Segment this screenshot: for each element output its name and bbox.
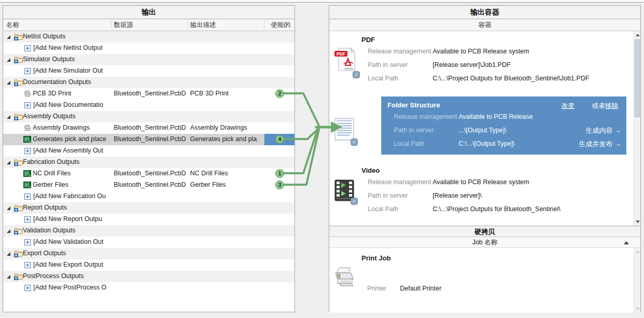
outputs-column-header: 名称 数据源 输出描述 使能的 — [3, 19, 294, 31]
remove-link-prefix: 或者 — [592, 102, 605, 109]
tree-row-group[interactable]: Fabrication Outputs — [3, 157, 294, 168]
property-value: C:\...\Project Outputs for Bluetooth_Sen… — [433, 75, 589, 82]
tree-row-group[interactable]: Netlist Outputs — [3, 31, 294, 43]
tree-row-label: Validation Outputs — [23, 227, 75, 234]
tree-row-output[interactable]: NC Drill FilesBluetooth_Sentinel.PcbDNC … — [3, 168, 294, 179]
output-group-folder-icon — [14, 78, 23, 88]
expand-arrow-icon[interactable] — [7, 81, 10, 85]
tree-row-label: [Add New PostProcess O — [33, 284, 106, 291]
container-property-row: Local PathC:\...\Project Outputs for Blu… — [355, 72, 633, 85]
tree-row-output[interactable]: Gerber FilesBluetooth_Sentinel.PcbDGerbe… — [3, 179, 294, 191]
expand-arrow-icon[interactable] — [7, 58, 10, 62]
tree-row-add-new[interactable]: [Add New Documentatio — [3, 100, 294, 111]
scroll-up-icon[interactable] — [636, 251, 640, 253]
tree-row-label: NC Drill Files — [33, 170, 71, 177]
container-pdf[interactable]: PDFAdobe✓PDFRelease managementAvailable … — [329, 31, 640, 96]
tree-row-label: [Add New Simulator Out — [33, 67, 103, 74]
column-enabled[interactable]: 使能的 — [271, 21, 291, 30]
add-new-output-icon — [24, 285, 31, 293]
tree-row-label: [Add New Assembly Out — [33, 147, 103, 154]
tree-row-group[interactable]: Assembly Outputs — [3, 111, 294, 122]
tree-row-group[interactable]: Export Outputs — [3, 248, 294, 259]
enabled-badge[interactable]: 1 — [275, 169, 284, 178]
property-value: Available to PCB Release system — [433, 48, 529, 55]
scroll-up-icon[interactable] — [636, 34, 640, 36]
add-new-output-icon — [24, 239, 31, 247]
container-property-row: Release managementAvailable to PCB Relea… — [381, 110, 626, 123]
tree-row-group[interactable]: Report Outputs — [3, 202, 294, 214]
remove-link[interactable]: 移除 — [605, 102, 618, 109]
tree-row-description: NC Drill Files — [190, 170, 263, 177]
add-new-output-icon — [24, 102, 31, 110]
add-new-output-icon — [24, 148, 31, 156]
generate-content-link[interactable]: 生成内容 → — [585, 126, 621, 135]
tree-row-label: [Add New Report Outpu — [33, 215, 102, 223]
expand-arrow-icon[interactable] — [7, 229, 10, 233]
top-divider — [0, 0, 644, 3]
container-action-links: 改变或者移除 — [561, 102, 618, 110]
collapse-icon[interactable] — [624, 241, 629, 244]
tree-row-label: Assembly Drawings — [33, 124, 90, 131]
enabled-badge[interactable]: 2 — [275, 89, 284, 98]
tree-row-add-new[interactable]: [Add New Fabrication Ou — [3, 191, 294, 202]
container-title: Video — [355, 162, 633, 175]
expand-arrow-icon[interactable] — [7, 252, 10, 256]
pdf-container-icon: PDFAdobe✓ — [333, 47, 357, 76]
tree-row-add-new[interactable]: [Add New Netlist Output — [3, 43, 294, 54]
expand-arrow-icon[interactable] — [7, 35, 10, 39]
job-name-label: Job 名称 — [472, 239, 498, 246]
tree-row-label: Assembly Outputs — [23, 113, 75, 120]
tree-row-output[interactable]: Assembly DrawingsBluetooth_Sentinel.PcbD… — [3, 122, 294, 134]
tree-row-group[interactable]: Validation Outputs — [3, 225, 294, 237]
scroll-down-icon[interactable] — [636, 308, 640, 310]
tree-row-add-new[interactable]: [Add New Simulator Out — [3, 65, 294, 77]
tree-row-add-new[interactable]: [Add New Export Output — [3, 259, 294, 271]
change-link[interactable]: 改变 — [561, 102, 574, 109]
output-group-folder-icon — [14, 204, 23, 213]
expand-arrow-icon[interactable] — [7, 275, 10, 279]
generate-and-publish-link[interactable]: 生成并发布 → — [579, 140, 621, 149]
checkmark-badge-icon: ✓ — [351, 139, 358, 146]
property-value: C:\...\Project Outputs for Bluetooth_Sen… — [433, 205, 560, 213]
containers-list: PDFAdobe✓PDFRelease managementAvailable … — [329, 31, 640, 226]
tree-row-add-new[interactable]: [Add New Assembly Out — [3, 145, 294, 157]
expand-arrow-icon[interactable] — [7, 161, 10, 164]
expand-arrow-icon[interactable] — [7, 206, 10, 210]
print-job-section[interactable]: Print Job Printer Default Printer — [329, 248, 640, 313]
job-name-header[interactable]: Job 名称 — [329, 237, 640, 248]
scroll-down-icon[interactable] — [636, 220, 640, 223]
tree-row-output[interactable]: Generates pick and placeBluetooth_Sentin… — [3, 134, 294, 145]
tree-row-group[interactable]: PostProcess Outputs — [3, 271, 294, 282]
containers-sub-header: 容器 — [329, 19, 640, 31]
tree-row-group[interactable]: Documentation Outputs — [3, 77, 294, 88]
scrollbar-thumb[interactable] — [635, 39, 640, 117]
column-output-description[interactable]: 输出描述 — [190, 21, 216, 30]
tree-row-description: Assembly Drawings — [190, 124, 263, 131]
enabled-badge[interactable]: 3 — [275, 181, 284, 189]
container-body: VideoRelease managementAvailable to PCB … — [355, 162, 633, 216]
tree-row-label: Fabrication Outputs — [23, 158, 79, 165]
tree-row-add-new[interactable]: [Add New Report Outpu — [3, 214, 294, 225]
container-folder[interactable]: ✓Folder Structure改变或者移除Release managemen… — [329, 96, 640, 162]
tree-row-add-new[interactable]: [Add New Validation Out — [3, 237, 294, 248]
tree-row-output[interactable]: PCB 3D PrintBluetooth_Sentinel.PcbDPCB 3… — [3, 88, 294, 100]
tree-row-data-source: Bluetooth_Sentinel.PcbD — [114, 90, 189, 97]
tree-row-label: [Add New Netlist Output — [33, 44, 102, 51]
column-data-source[interactable]: 数据源 — [114, 21, 133, 30]
printer-field-value[interactable]: Default Printer — [400, 285, 441, 292]
tree-row-description: PCB 3D Print — [190, 90, 263, 97]
enabled-badge[interactable]: 4 — [275, 135, 284, 144]
add-new-output-icon — [24, 193, 31, 201]
property-value: C:\...\[Output Type]\ — [459, 140, 515, 147]
tree-row-data-source: Bluetooth_Sentinel.PcbD — [114, 181, 189, 188]
tree-row-label: Export Outputs — [23, 250, 66, 257]
column-name[interactable]: 名称 — [6, 21, 19, 30]
containers-scrollbar[interactable] — [634, 31, 640, 226]
tree-row-group[interactable]: Simulator Outputs — [3, 54, 294, 65]
tree-row-add-new[interactable]: [Add New PostProcess O — [3, 282, 294, 294]
output-group-folder-icon — [14, 250, 23, 259]
container-body: Folder Structure改变或者移除Release management… — [381, 96, 626, 155]
container-video[interactable]: ✓VideoRelease managementAvailable to PCB… — [329, 162, 640, 226]
print-scrollbar[interactable] — [634, 248, 640, 313]
expand-arrow-icon[interactable] — [7, 115, 10, 119]
